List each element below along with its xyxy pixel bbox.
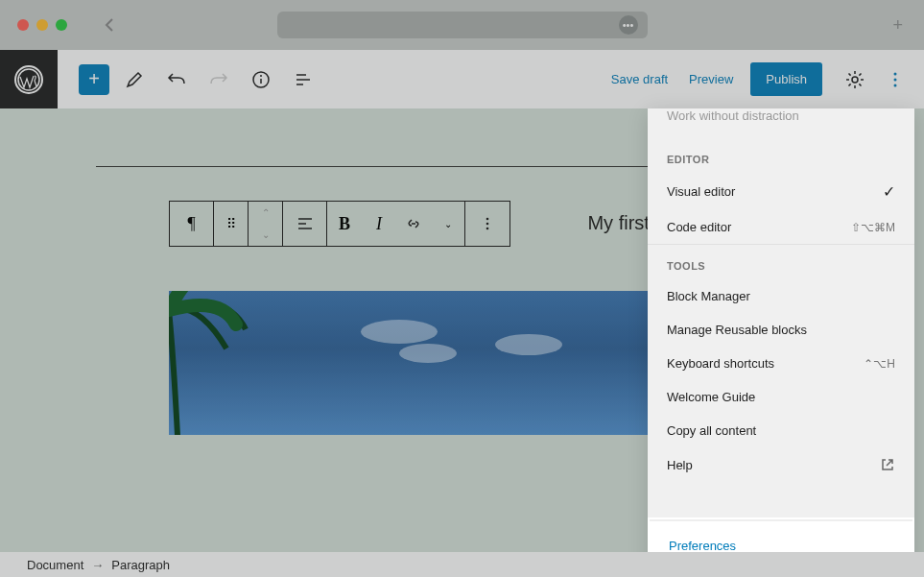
redo-button[interactable]	[201, 62, 236, 97]
save-draft-button[interactable]: Save draft	[607, 64, 672, 94]
keyboard-shortcuts-item[interactable]: Keyboard shortcuts ⌃⌥H	[648, 347, 914, 380]
keyboard-shortcuts-label: Keyboard shortcuts	[667, 356, 774, 371]
chevron-right-icon: →	[91, 558, 104, 572]
check-icon: ✓	[883, 182, 895, 201]
svg-point-2	[260, 75, 262, 77]
wordpress-logo-icon	[14, 65, 43, 94]
undo-button[interactable]	[159, 62, 194, 97]
move-down-icon[interactable]: ⌄	[249, 224, 282, 246]
code-editor-shortcut: ⇧⌥⌘M	[851, 221, 895, 234]
svg-point-3	[852, 77, 858, 83]
image-block[interactable]	[169, 291, 725, 435]
mac-titlebar: ••• +	[0, 0, 924, 50]
help-item[interactable]: Help	[648, 447, 914, 482]
wordpress-logo[interactable]	[0, 50, 58, 108]
more-menu-button[interactable]	[878, 62, 912, 97]
block-toolbar: ¶ ⠿ ⌃ ⌄ B I ⌄	[169, 201, 510, 247]
svg-point-5	[894, 78, 897, 81]
url-menu-icon[interactable]: •••	[619, 15, 638, 35]
svg-point-6	[894, 84, 897, 86]
breadcrumb-paragraph[interactable]: Paragraph	[111, 558, 170, 572]
traffic-lights	[17, 19, 67, 31]
bold-button[interactable]: B	[327, 202, 362, 246]
welcome-guide-item[interactable]: Welcome Guide	[648, 380, 914, 414]
visual-editor-item[interactable]: Visual editor ✓	[648, 173, 914, 210]
preview-button[interactable]: Preview	[685, 64, 737, 94]
minimize-window-icon[interactable]	[36, 19, 48, 31]
distraction-note: Work without distraction	[648, 108, 914, 138]
link-button[interactable]	[396, 202, 431, 246]
reusable-blocks-label: Manage Reusable blocks	[667, 323, 807, 337]
tools-section-header: TOOLS	[648, 244, 914, 279]
block-manager-item[interactable]: Block Manager	[648, 279, 914, 313]
more-formatting-icon[interactable]: ⌄	[431, 202, 465, 246]
code-editor-item[interactable]: Code editor ⇧⌥⌘M	[648, 210, 914, 244]
external-link-icon	[880, 457, 895, 472]
info-button[interactable]	[244, 62, 278, 97]
help-label: Help	[667, 458, 693, 472]
breadcrumb-document[interactable]: Document	[27, 558, 83, 572]
wp-toolbar: + Save draft Preview Publish	[0, 50, 924, 108]
block-manager-label: Block Manager	[667, 289, 750, 303]
outline-button[interactable]	[286, 62, 320, 97]
editor-section-header: EDITOR	[648, 138, 914, 173]
move-up-icon[interactable]: ⌃	[249, 202, 282, 224]
svg-point-9	[486, 228, 489, 230]
edit-tool-button[interactable]	[117, 62, 152, 97]
copy-all-label: Copy all content	[667, 423, 756, 438]
close-window-icon[interactable]	[17, 19, 29, 31]
maximize-window-icon[interactable]	[56, 19, 67, 31]
url-bar[interactable]: •••	[277, 12, 648, 38]
add-block-button[interactable]: +	[79, 64, 109, 95]
paragraph-type-icon[interactable]: ¶	[170, 202, 214, 246]
code-editor-label: Code editor	[667, 220, 731, 234]
breadcrumb: Document → Paragraph	[0, 552, 924, 577]
block-options-icon[interactable]	[465, 202, 509, 246]
copy-all-item[interactable]: Copy all content	[648, 414, 914, 447]
svg-point-4	[894, 72, 897, 75]
new-tab-button[interactable]: +	[892, 15, 903, 36]
settings-button[interactable]	[838, 62, 872, 97]
options-dropdown: Work without distraction EDITOR Visual e…	[648, 108, 914, 572]
drag-handle-icon[interactable]: ⠿	[214, 202, 249, 246]
align-button[interactable]	[283, 202, 327, 246]
svg-point-8	[486, 223, 489, 226]
keyboard-shortcuts-key: ⌃⌥H	[864, 357, 895, 371]
welcome-guide-label: Welcome Guide	[667, 390, 755, 404]
reusable-blocks-item[interactable]: Manage Reusable blocks	[648, 313, 914, 347]
italic-button[interactable]: I	[362, 202, 396, 246]
publish-button[interactable]: Publish	[750, 62, 822, 96]
visual-editor-label: Visual editor	[667, 184, 735, 199]
back-button[interactable]	[104, 16, 115, 34]
svg-point-7	[486, 218, 489, 221]
